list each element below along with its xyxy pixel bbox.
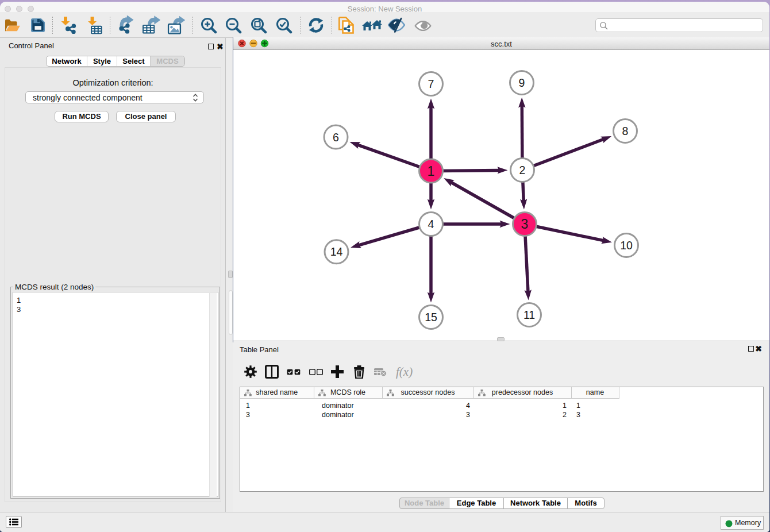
svg-text:8: 8: [622, 125, 629, 137]
svg-text:3: 3: [521, 217, 529, 232]
svg-text:11: 11: [523, 309, 535, 321]
svg-text:1: 1: [428, 164, 435, 179]
svg-text:7: 7: [428, 78, 434, 90]
svg-text:6: 6: [333, 131, 339, 144]
svg-text:15: 15: [425, 311, 437, 323]
svg-text:10: 10: [620, 239, 633, 252]
svg-text:2: 2: [519, 164, 526, 176]
svg-text:9: 9: [519, 76, 525, 89]
svg-text:4: 4: [428, 218, 434, 230]
svg-text:14: 14: [330, 245, 343, 258]
